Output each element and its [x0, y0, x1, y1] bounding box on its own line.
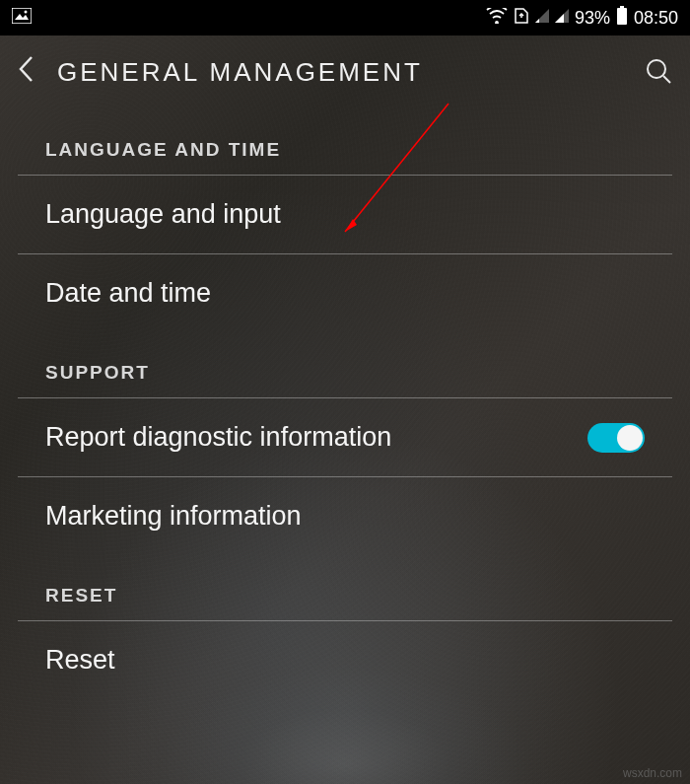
svg-point-2: [25, 10, 28, 13]
settings-label: Reset: [45, 645, 115, 676]
svg-point-10: [648, 60, 665, 78]
svg-marker-1: [15, 14, 29, 20]
settings-label: Marketing information: [45, 501, 302, 532]
svg-line-11: [663, 76, 670, 83]
battery-percent-label: 93%: [575, 8, 610, 29]
settings-item-date-time[interactable]: Date and time: [18, 254, 672, 332]
svg-rect-0: [12, 8, 32, 24]
settings-item-marketing[interactable]: Marketing information: [18, 477, 672, 555]
svg-marker-7: [555, 14, 564, 23]
settings-label: Date and time: [45, 278, 211, 309]
clock-label: 08:50: [634, 8, 678, 29]
watermark: wsxdn.com: [623, 766, 682, 780]
wifi-icon: [486, 8, 508, 29]
picture-icon: [12, 8, 32, 29]
search-button[interactable]: [645, 57, 672, 89]
settings-item-reset[interactable]: Reset: [18, 621, 672, 699]
signal-icon-2: [555, 8, 569, 28]
svg-marker-4: [535, 9, 549, 23]
settings-label: Report diagnostic information: [45, 422, 391, 453]
status-bar: 93% 08:50: [0, 0, 690, 36]
svg-rect-8: [620, 6, 624, 8]
svg-marker-5: [535, 19, 539, 23]
battery-icon: [616, 6, 628, 31]
section-header-support: SUPPORT: [18, 332, 672, 398]
settings-label: Language and input: [45, 199, 281, 230]
back-button[interactable]: [18, 55, 34, 90]
signal-icon-1: [535, 8, 549, 28]
header-bar: GENERAL MANAGEMENT: [0, 36, 690, 109]
diagnostic-toggle[interactable]: [587, 423, 645, 453]
sd-card-icon: [514, 7, 529, 30]
page-title: GENERAL MANAGEMENT: [57, 57, 621, 88]
settings-item-language-input[interactable]: Language and input: [18, 176, 672, 254]
svg-rect-9: [617, 8, 627, 25]
section-header-reset: RESET: [18, 555, 672, 621]
section-header-language-time: LANGUAGE AND TIME: [18, 109, 672, 176]
settings-item-diagnostic[interactable]: Report diagnostic information: [18, 398, 672, 477]
